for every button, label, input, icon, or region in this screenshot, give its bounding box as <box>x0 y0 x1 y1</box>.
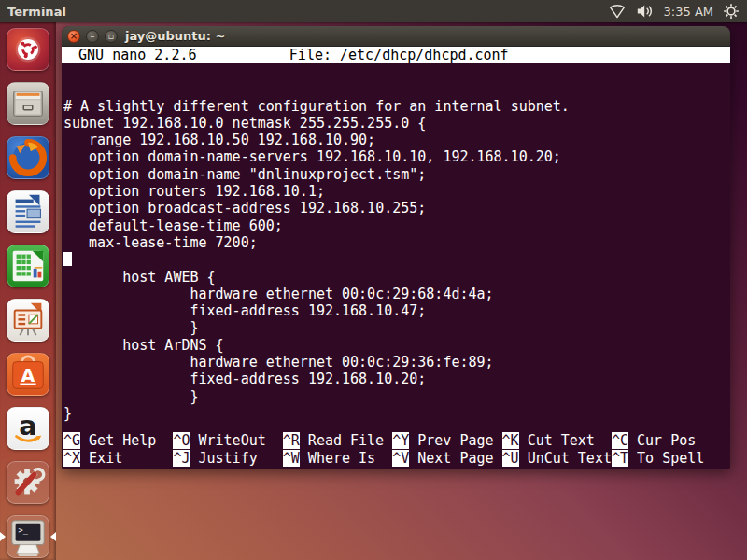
running-app-arrow <box>0 532 6 541</box>
editor-line: option routers 192.168.10.1; <box>63 183 730 200</box>
volume-icon[interactable] <box>636 3 655 20</box>
nano-shortcut: ^V Next Page <box>392 450 501 467</box>
launcher-item-settings[interactable] <box>7 461 49 504</box>
terminal-icon-prompt: >_ <box>18 525 28 535</box>
nano-shortcut: ^Y Prev Page <box>392 432 501 449</box>
editor-line: # A slightly different configuration for… <box>63 98 730 115</box>
unity-launcher: A a >_ <box>0 22 56 560</box>
nano-shortcut: ^O WriteOut <box>173 432 282 449</box>
nano-shortcut: ^U UnCut Text <box>502 450 612 467</box>
launcher-item-writer[interactable] <box>7 190 49 233</box>
nano-shortcut: ^G Get Help <box>63 432 173 449</box>
editor-line: range 192.168.10.50 192.168.10.90; <box>63 132 730 148</box>
close-button[interactable]: × <box>67 30 80 43</box>
launcher-item-files[interactable] <box>7 82 49 125</box>
text-cursor <box>63 252 72 266</box>
nano-shortcut-bar: ^G Get Help^O WriteOut^R Read File^Y Pre… <box>63 432 730 467</box>
editor-line: hardware ethernet 00:0c:29:36:fe:89; <box>63 354 730 371</box>
amazon-letter: a <box>19 410 36 441</box>
software-center-letter: A <box>21 365 35 386</box>
launcher-item-terminal[interactable]: >_ <box>7 515 49 558</box>
maximize-button[interactable]: ▫ <box>105 30 118 43</box>
focused-app-arrow <box>50 532 56 541</box>
launcher-item-dash[interactable] <box>7 28 49 71</box>
top-panel: Terminal 3:35 AM <box>0 0 747 22</box>
editor-line: fixed-address 192.168.10.20; <box>63 371 730 387</box>
minimize-button[interactable]: – <box>86 30 99 43</box>
editor-line <box>63 251 730 268</box>
nano-shortcut: ^W Where Is <box>283 450 392 467</box>
editor-line: subnet 192.168.10.0 netmask 255.255.255.… <box>63 115 730 132</box>
editor-lines[interactable]: # A slightly different configuration for… <box>62 63 730 422</box>
launcher-item-firefox[interactable] <box>7 136 49 179</box>
nano-shortcut: ^T To Spell <box>612 450 721 467</box>
system-tray: 3:35 AM <box>608 3 740 20</box>
network-icon[interactable] <box>608 3 627 20</box>
editor-line: host AWEB { <box>63 269 730 286</box>
editor-line <box>63 63 730 80</box>
session-gear-icon[interactable] <box>723 3 740 20</box>
launcher-item-amazon[interactable]: a <box>7 407 49 450</box>
editor-line: host ArDNS { <box>63 337 730 354</box>
nano-shortcut: ^J Justify <box>173 450 282 467</box>
launcher-item-software-center[interactable]: A <box>7 353 49 396</box>
editor-line: default-lease-time 600; <box>63 217 730 234</box>
nano-shortcut: ^K Cut Text <box>502 432 612 449</box>
nano-shortcut: ^C Cur Pos <box>612 432 721 449</box>
clock[interactable]: 3:35 AM <box>664 5 713 19</box>
editor-line: max-lease-time 7200; <box>63 234 730 251</box>
nano-shortcut: ^R Read File <box>283 432 392 449</box>
nano-shortcut: ^X Exit <box>63 450 173 467</box>
window-title: jay@ubuntu: ~ <box>125 29 225 43</box>
editor-line: option broadcast-address 192.168.10.255; <box>63 200 730 217</box>
editor-line: } <box>63 319 730 336</box>
editor-line: option domain-name-servers 192.168.10.10… <box>63 148 730 165</box>
editor-line: fixed-address 192.168.10.47; <box>63 302 730 319</box>
editor-line: } <box>63 405 730 422</box>
editor-line <box>63 80 730 97</box>
launcher-item-calc[interactable] <box>7 245 49 287</box>
window-titlebar[interactable]: × – ▫ jay@ubuntu: ~ <box>62 26 730 47</box>
editor-line: } <box>63 388 730 405</box>
editor-line: option domain-name "dnlinuxproject.tsm"; <box>63 166 730 183</box>
active-app-name: Terminal <box>7 5 66 19</box>
terminal-content[interactable]: GNU nano 2.2.6 File: /etc/dhcp/dhcpd.con… <box>62 47 730 469</box>
launcher-item-impress[interactable] <box>7 299 49 342</box>
terminal-window: × – ▫ jay@ubuntu: ~ GNU nano 2.2.6 File:… <box>62 26 730 469</box>
editor-line: hardware ethernet 00:0c:29:68:4d:4a; <box>63 286 730 302</box>
nano-header: GNU nano 2.2.6 File: /etc/dhcp/dhcpd.con… <box>62 47 730 63</box>
